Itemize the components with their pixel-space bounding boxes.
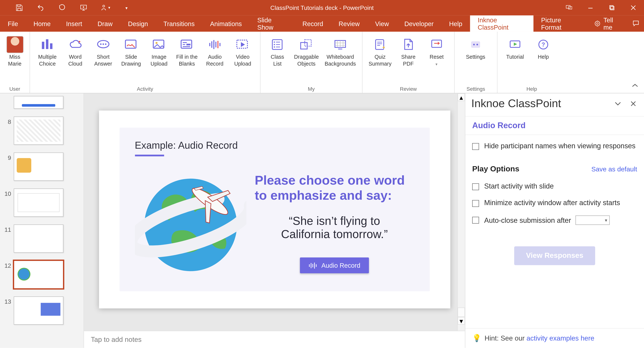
draggable-objects-button[interactable]: DraggableObjects [292, 35, 321, 70]
share-icon[interactable]: ▾ [94, 0, 116, 16]
share-pdf-button[interactable]: SharePDF [395, 35, 422, 70]
slide-thumbnail[interactable] [14, 296, 64, 325]
tab-slideshow[interactable]: Slide Show [250, 16, 294, 32]
slide-canvas-area[interactable]: Example: Audio Record [84, 93, 465, 331]
panel-close-icon[interactable] [628, 99, 638, 108]
svg-rect-43 [301, 42, 307, 49]
svg-point-59 [476, 44, 478, 46]
slide-thumbnail[interactable] [14, 96, 64, 109]
tab-insert[interactable]: Insert [58, 16, 90, 32]
checkbox-icon [472, 143, 479, 150]
svg-rect-15 [50, 44, 52, 49]
start-with-slide-checkbox[interactable]: Start activity with slide [472, 182, 637, 190]
close-button[interactable] [622, 0, 644, 16]
multiple-choice-button[interactable]: MultipleChoice [34, 35, 60, 70]
thumbnail-row[interactable]: 10 [0, 187, 84, 223]
settings-button[interactable]: Settings [459, 35, 492, 70]
word-cloud-button[interactable]: WordCloud [62, 35, 88, 70]
redo-icon[interactable] [52, 0, 73, 16]
image-upload-button[interactable]: ImageUpload [146, 35, 172, 70]
help-button[interactable]: ?Help [530, 35, 556, 70]
scroll-down-icon[interactable]: ▾ [458, 317, 465, 325]
slide-thumbnail[interactable] [14, 116, 64, 145]
start-with-slide-label: Start activity with slide [484, 182, 554, 190]
tutorial-button[interactable]: Tutorial [502, 35, 528, 70]
slide-thumbnail[interactable] [14, 188, 64, 217]
save-as-default-link[interactable]: Save as default [591, 165, 637, 173]
maximize-button[interactable] [601, 0, 622, 16]
tab-animations[interactable]: Animations [202, 16, 250, 32]
slide-heading: Example: Audio Record [135, 140, 414, 151]
class-list-button[interactable]: ClassList [265, 35, 290, 70]
video-upload-button[interactable]: VideoUpload [230, 35, 256, 70]
collapse-ribbon-icon[interactable] [631, 83, 639, 90]
minimize-button[interactable] [580, 0, 601, 16]
tab-record[interactable]: Record [295, 16, 331, 32]
globe-airplane-image[interactable] [135, 165, 246, 278]
fill-blanks-button[interactable]: Fill in theBlanks [174, 35, 200, 70]
svg-rect-6 [611, 6, 614, 10]
ribbon: MissMarie User MultipleChoice WordCloud … [0, 32, 644, 93]
thumbnail-row[interactable]: 8 [0, 115, 84, 151]
reset-button[interactable]: Reset▾ [423, 35, 450, 70]
panel-title: Inknoe ClassPoint [471, 97, 561, 110]
hint-link[interactable]: activity examples here [526, 334, 594, 342]
autoclose-dropdown[interactable]: ▾ [575, 216, 610, 225]
thumbnail-row[interactable]: 11 [0, 223, 84, 259]
thumbnail-row[interactable]: 9 [0, 151, 84, 187]
tell-me-search[interactable]: Tell me [588, 16, 628, 32]
tab-file[interactable]: File [0, 16, 26, 32]
notes-placeholder: Tap to add notes [91, 336, 142, 343]
qat-more-icon[interactable]: ▾ [116, 0, 137, 16]
notes-pane[interactable]: Tap to add notes [84, 331, 465, 348]
display-settings-icon[interactable] [558, 0, 580, 16]
save-icon[interactable] [8, 0, 30, 16]
slide-drawing-button[interactable]: SlideDrawing [118, 35, 144, 70]
tab-transitions[interactable]: Transitions [156, 16, 202, 32]
scroll-up-icon[interactable]: ▴ [458, 93, 465, 101]
slide[interactable]: Example: Audio Record [99, 110, 450, 308]
svg-point-41 [274, 46, 275, 48]
thumbnail-row[interactable]: 12 [0, 259, 84, 295]
user-avatar-button[interactable]: MissMarie [4, 35, 25, 70]
tab-picture-format[interactable]: Picture Format [533, 16, 588, 32]
slide-thumbnail[interactable] [14, 152, 64, 181]
present-from-start-icon[interactable] [73, 0, 94, 16]
group-label-settings: Settings [455, 86, 497, 92]
group-label-my: My [260, 86, 362, 92]
audio-record-button[interactable]: AudioRecord [202, 35, 228, 70]
slide-quote: “She isn’t flying to California tomorrow… [255, 214, 414, 241]
tab-review[interactable]: Review [331, 16, 368, 32]
avatar [6, 36, 23, 53]
thumbnail-row[interactable]: 13 [0, 295, 84, 331]
slide-thumbnail[interactable] [14, 224, 64, 253]
tab-design[interactable]: Design [120, 16, 156, 32]
view-responses-button[interactable]: View Responses [514, 246, 595, 265]
short-answer-button[interactable]: ShortAnswer [90, 35, 116, 70]
minimize-window-label: Minimize activity window after activity … [484, 199, 620, 207]
whiteboard-backgrounds-button[interactable]: WhiteboardBackgrounds [323, 35, 358, 70]
svg-rect-27 [186, 44, 191, 46]
hide-names-checkbox[interactable]: Hide participant names when viewing resp… [472, 142, 637, 150]
audio-record-slide-button[interactable]: Audio Record [300, 258, 369, 273]
slide-thumbnail-rail[interactable]: 8 9 10 11 12 13 [0, 93, 84, 348]
tab-help[interactable]: Help [441, 16, 470, 32]
vertical-scrollbar[interactable]: ▴ ▾ [457, 93, 465, 331]
comments-icon[interactable] [628, 16, 644, 32]
quiz-summary-button[interactable]: QuizSummary [367, 35, 393, 70]
tab-view[interactable]: View [368, 16, 397, 32]
minimize-window-checkbox[interactable]: Minimize activity window after activity … [472, 199, 637, 207]
undo-icon[interactable] [30, 0, 52, 16]
autoclose-checkbox[interactable]: Auto-close submission after ▾ [472, 216, 637, 225]
panel-dropdown-icon[interactable] [613, 99, 622, 108]
tab-inknoe-classpoint[interactable]: Inknoe ClassPoint [470, 16, 533, 32]
ribbon-group-help: Tutorial ?Help Help [498, 32, 566, 93]
slide-thumbnail-selected[interactable] [14, 260, 64, 289]
heading-underline [135, 155, 164, 156]
tab-developer[interactable]: Developer [396, 16, 441, 32]
tab-draw[interactable]: Draw [90, 16, 120, 32]
thumbnail-row[interactable] [0, 94, 84, 115]
tab-home[interactable]: Home [26, 16, 58, 32]
ribbon-group-settings: Settings Settings [455, 32, 498, 93]
svg-rect-52 [376, 40, 384, 49]
